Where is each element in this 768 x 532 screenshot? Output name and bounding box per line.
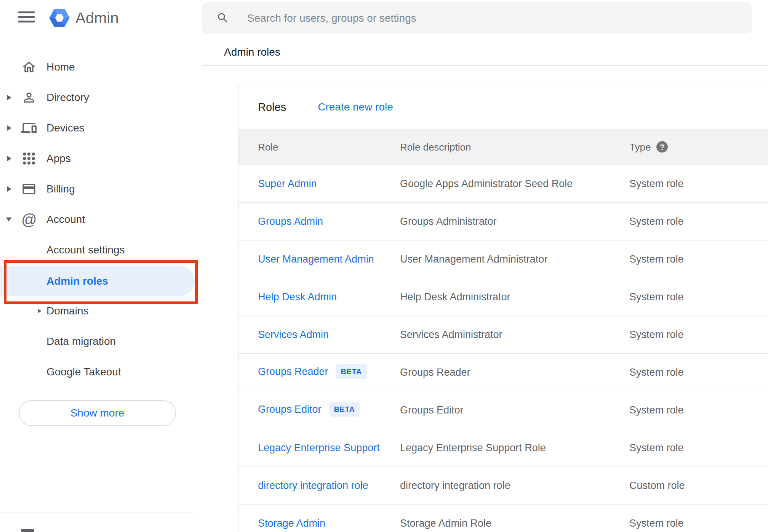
- sidebar-item-data-migration[interactable]: Data migration: [0, 326, 195, 357]
- role-type: System role: [629, 442, 684, 454]
- role-link[interactable]: Groups Admin: [258, 216, 323, 227]
- role-link[interactable]: Storage Admin: [258, 518, 325, 529]
- search-bar: [202, 2, 752, 34]
- show-more-button[interactable]: Show more: [19, 400, 176, 426]
- beta-badge: BETA: [329, 402, 360, 417]
- role-type: System role: [629, 329, 684, 341]
- admin-console-screen: Admin Home Directory D: [0, 0, 768, 532]
- table-row: Super Admin Google Apps Administrator Se…: [238, 165, 768, 203]
- sidebar-item-label: Google Takeout: [46, 366, 121, 378]
- partial-feedback-icon: [21, 529, 34, 532]
- role-link[interactable]: Help Desk Admin: [258, 291, 337, 303]
- home-icon: [21, 59, 37, 75]
- roles-card: Roles Create new role Role Role descript…: [238, 85, 768, 532]
- sidebar-item-label: Billing: [46, 183, 75, 195]
- table-row: Legacy Enterprise Support Legacy Enterpr…: [238, 429, 768, 467]
- table-row: Services Admin Services Administrator Sy…: [238, 316, 768, 354]
- table-row: directory integration role directory int…: [238, 467, 768, 505]
- table-row: Storage Admin Storage Admin Role System …: [238, 505, 768, 532]
- role-type: System role: [629, 404, 684, 416]
- sidebar-item-label: Home: [46, 61, 75, 73]
- role-description: Services Administrator: [400, 329, 502, 341]
- role-type: System role: [629, 216, 684, 228]
- sidebar: Admin Home Directory D: [0, 0, 202, 532]
- role-description: Help Desk Administrator: [400, 291, 510, 303]
- table-row: Help Desk Admin Help Desk Administrator …: [238, 278, 768, 316]
- chevron-down-icon: [6, 218, 11, 222]
- role-link[interactable]: Groups Editor: [258, 404, 322, 415]
- sidebar-item-label: Admin roles: [46, 275, 108, 287]
- sidebar-item-directory[interactable]: Directory: [0, 82, 195, 113]
- role-description: Groups Reader: [400, 367, 470, 378]
- sidebar-item-label: Apps: [46, 152, 71, 165]
- sidebar-item-label: Domains: [46, 305, 88, 317]
- sidebar-item-account-settings[interactable]: Account settings: [0, 235, 195, 265]
- chevron-right-icon: [7, 95, 11, 100]
- credit-card-icon: [21, 181, 37, 197]
- role-description: Storage Admin Role: [400, 518, 491, 529]
- role-description: Groups Editor: [400, 404, 464, 416]
- role-type: System role: [629, 178, 684, 190]
- sidebar-item-label: Data migration: [46, 335, 116, 348]
- chevron-right-icon: [7, 156, 11, 161]
- search-input[interactable]: [246, 2, 736, 34]
- role-type: System role: [629, 367, 684, 378]
- table-row: User Management Admin User Management Ad…: [238, 240, 768, 278]
- role-type: System role: [629, 253, 684, 265]
- beta-badge: BETA: [336, 364, 367, 379]
- sidebar-bottom-divider: [0, 513, 195, 513]
- card-title-row: Roles Create new role: [238, 85, 768, 129]
- role-link[interactable]: directory integration role: [258, 480, 368, 491]
- role-link[interactable]: Super Admin: [258, 178, 317, 189]
- at-icon: @: [21, 212, 37, 227]
- sidebar-item-label: Directory: [46, 91, 89, 104]
- column-header-role: Role: [258, 141, 278, 153]
- column-header-type: Type ?: [629, 141, 668, 153]
- sidebar-item-domains[interactable]: Domains: [0, 296, 195, 326]
- chevron-right-icon: [7, 186, 11, 192]
- sidebar-item-google-takeout[interactable]: Google Takeout: [0, 357, 195, 387]
- role-type: System role: [629, 518, 684, 529]
- sidebar-item-billing[interactable]: Billing: [0, 174, 195, 204]
- create-new-role-link[interactable]: Create new role: [318, 101, 393, 113]
- role-link[interactable]: Services Admin: [258, 329, 329, 340]
- card-title: Roles: [258, 101, 286, 114]
- sidebar-item-home[interactable]: Home: [0, 52, 195, 82]
- role-description: Google Apps Administrator Seed Role: [400, 178, 573, 190]
- role-link[interactable]: User Management Admin: [258, 253, 374, 265]
- table-row: Groups Admin Groups Administrator System…: [238, 203, 768, 240]
- sidebar-item-account[interactable]: @ Account: [0, 204, 195, 235]
- role-description: directory integration role: [400, 480, 510, 492]
- breadcrumb: Admin roles: [224, 46, 280, 58]
- table-row: Groups ReaderBETA Groups Reader System r…: [238, 354, 768, 391]
- sidebar-item-label: Account settings: [46, 244, 125, 256]
- sidebar-item-admin-roles[interactable]: Admin roles: [0, 266, 195, 296]
- column-header-type-label: Type: [629, 141, 651, 153]
- apps-grid-icon: [21, 151, 37, 166]
- chevron-right-icon: [7, 125, 11, 131]
- show-more-label: Show more: [70, 407, 125, 419]
- table-header-row: Role Role description Type ?: [238, 129, 768, 165]
- search-icon: [216, 11, 229, 24]
- help-icon[interactable]: ?: [656, 141, 668, 153]
- sidebar-item-devices[interactable]: Devices: [0, 113, 195, 143]
- person-icon: [21, 90, 37, 105]
- table-row: Groups EditorBETA Groups Editor System r…: [238, 391, 768, 429]
- sidebar-item-label: Account: [46, 213, 85, 226]
- sidebar-nav: Home Directory Devices: [0, 0, 202, 532]
- column-header-description: Role description: [400, 141, 471, 153]
- role-link[interactable]: Groups Reader: [258, 366, 328, 377]
- role-type: Custom role: [629, 480, 685, 492]
- role-description: User Management Administrator: [400, 253, 547, 265]
- chevron-right-icon: [38, 309, 42, 313]
- header-divider: [202, 65, 768, 66]
- sidebar-item-apps[interactable]: Apps: [0, 143, 195, 174]
- role-description: Groups Administrator: [400, 216, 497, 228]
- role-type: System role: [629, 291, 684, 303]
- role-description: Legacy Enterprise Support Role: [400, 442, 546, 454]
- sidebar-item-label: Devices: [46, 122, 85, 134]
- devices-icon: [21, 120, 37, 136]
- role-link[interactable]: Legacy Enterprise Support: [258, 442, 380, 453]
